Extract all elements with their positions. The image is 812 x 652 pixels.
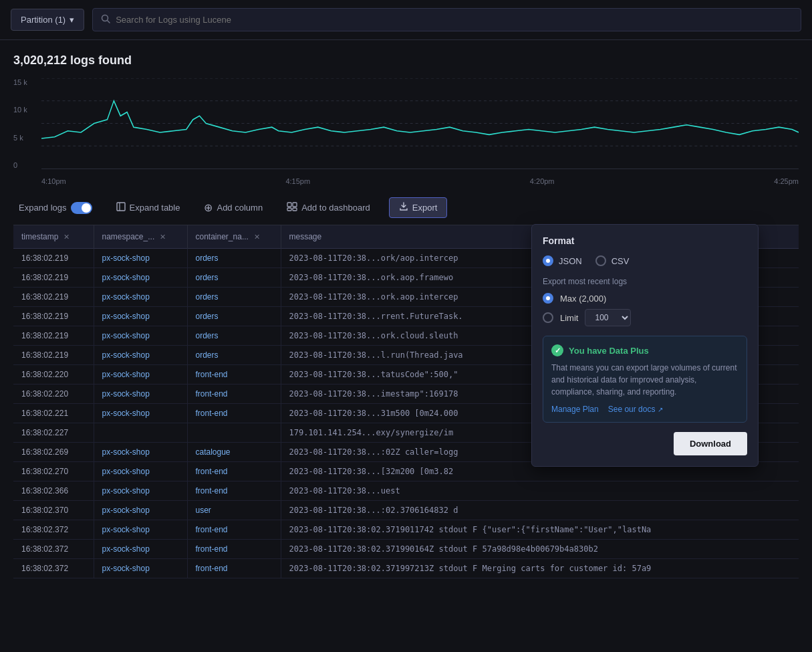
search-bar [92, 8, 801, 31]
cell-namespace[interactable]: px-sock-shop [94, 404, 187, 423]
table-row[interactable]: 16:38:02.372px-sock-shopfront-end2023-08… [13, 520, 799, 540]
container-link[interactable]: orders [196, 312, 219, 321]
expand-table-button[interactable]: Expand table [111, 199, 186, 216]
container-link[interactable]: front-end [196, 467, 228, 476]
namespace-link[interactable]: px-sock-shop [102, 389, 150, 399]
cell-container[interactable]: front-end [187, 365, 281, 385]
timestamp-close-icon[interactable]: ✕ [63, 233, 70, 241]
cell-container[interactable]: front-end [187, 559, 281, 578]
namespace-link[interactable]: px-sock-shop [102, 312, 150, 321]
container-link[interactable]: orders [196, 253, 219, 263]
cell-container[interactable]: front-end [187, 404, 281, 423]
cell-namespace[interactable]: px-sock-shop [94, 462, 187, 481]
container-link[interactable]: user [196, 506, 211, 515]
cell-namespace[interactable]: px-sock-shop [94, 268, 187, 288]
cell-container[interactable]: front-end [187, 462, 281, 481]
container-link[interactable]: orders [196, 331, 219, 340]
namespace-link[interactable]: px-sock-shop [102, 467, 150, 476]
cell-namespace[interactable]: px-sock-shop [94, 481, 187, 501]
cell-message: 2023-08-11T20:38...uest [281, 481, 799, 501]
container-link[interactable]: orders [196, 350, 219, 360]
cell-namespace[interactable]: px-sock-shop [94, 443, 187, 462]
container-link[interactable]: catalogue [196, 447, 231, 457]
add-column-label: Add column [217, 203, 263, 213]
container-link[interactable]: front-end [196, 525, 228, 534]
cell-namespace[interactable]: px-sock-shop [94, 385, 187, 404]
container-link[interactable]: front-end [196, 409, 228, 418]
expand-logs-toggle[interactable] [71, 202, 92, 214]
json-radio-circle[interactable] [543, 255, 553, 266]
cell-container[interactable]: user [187, 501, 281, 520]
cell-namespace[interactable]: px-sock-shop [94, 307, 187, 326]
cell-container[interactable]: orders [187, 288, 281, 307]
container-link[interactable]: front-end [196, 564, 228, 573]
cell-namespace[interactable]: px-sock-shop [94, 559, 187, 578]
table-row[interactable]: 16:38:02.366px-sock-shopfront-end2023-08… [13, 481, 799, 501]
cell-container[interactable]: front-end [187, 385, 281, 404]
cell-namespace[interactable]: px-sock-shop [94, 540, 187, 559]
see-docs-link[interactable]: See our docs ↗ [608, 405, 663, 414]
svg-rect-11 [293, 208, 297, 211]
cell-namespace[interactable]: px-sock-shop [94, 520, 187, 540]
cell-namespace[interactable]: px-sock-shop [94, 249, 187, 268]
cell-container[interactable]: orders [187, 346, 281, 365]
cell-namespace[interactable]: px-sock-shop [94, 288, 187, 307]
table-row[interactable]: 16:38:02.372px-sock-shopfront-end2023-08… [13, 559, 799, 578]
cell-timestamp: 16:38:02.219 [13, 249, 94, 268]
namespace-close-icon[interactable]: ✕ [160, 233, 166, 241]
limit-radio-circle[interactable] [543, 312, 553, 323]
cell-container[interactable]: catalogue [187, 443, 281, 462]
format-csv-option[interactable]: CSV [595, 255, 630, 266]
namespace-link[interactable]: px-sock-shop [102, 273, 150, 282]
namespace-link[interactable]: px-sock-shop [102, 292, 150, 302]
cell-container[interactable]: orders [187, 326, 281, 346]
manage-plan-link[interactable]: Manage Plan [551, 405, 599, 414]
cell-namespace[interactable]: px-sock-shop [94, 365, 187, 385]
container-link[interactable]: front-end [196, 370, 228, 379]
container-link[interactable]: orders [196, 273, 219, 282]
add-column-button[interactable]: ⊕ Add column [198, 200, 268, 216]
namespace-link[interactable]: px-sock-shop [102, 409, 150, 418]
table-row[interactable]: 16:38:02.370px-sock-shopuser2023-08-11T2… [13, 501, 799, 520]
namespace-link[interactable]: px-sock-shop [102, 370, 150, 379]
limit-select[interactable]: 100 500 1000 [585, 309, 631, 326]
container-close-icon[interactable]: ✕ [254, 233, 260, 241]
download-button[interactable]: Download [674, 432, 747, 455]
namespace-link[interactable]: px-sock-shop [102, 350, 150, 360]
max-radio-circle[interactable] [543, 293, 553, 304]
cell-container[interactable]: orders [187, 307, 281, 326]
cell-container[interactable]: front-end [187, 481, 281, 501]
partition-button[interactable]: Partition (1) ▾ [11, 9, 84, 31]
namespace-link[interactable]: px-sock-shop [102, 544, 150, 554]
search-input[interactable] [116, 15, 793, 25]
container-link[interactable]: orders [196, 292, 219, 302]
cell-container[interactable] [187, 423, 281, 443]
namespace-link[interactable]: px-sock-shop [102, 525, 150, 534]
cell-namespace[interactable]: px-sock-shop [94, 346, 187, 365]
export-button[interactable]: Export [389, 197, 448, 218]
cell-container[interactable]: orders [187, 268, 281, 288]
format-json-option[interactable]: JSON [543, 255, 582, 266]
namespace-link[interactable]: px-sock-shop [102, 447, 150, 457]
cell-container[interactable]: front-end [187, 540, 281, 559]
namespace-link[interactable]: px-sock-shop [102, 253, 150, 263]
cell-timestamp: 16:38:02.221 [13, 404, 94, 423]
csv-radio-circle[interactable] [595, 255, 606, 266]
cell-timestamp: 16:38:02.372 [13, 559, 94, 578]
namespace-link[interactable]: px-sock-shop [102, 486, 150, 496]
cell-container[interactable]: front-end [187, 520, 281, 540]
cell-namespace[interactable]: px-sock-shop [94, 501, 187, 520]
namespace-link[interactable]: px-sock-shop [102, 506, 150, 515]
expand-logs-toggle-item: Expand logs [13, 199, 98, 217]
cell-namespace[interactable] [94, 423, 187, 443]
cell-timestamp: 16:38:02.227 [13, 423, 94, 443]
cell-namespace[interactable]: px-sock-shop [94, 326, 187, 346]
table-row[interactable]: 16:38:02.372px-sock-shopfront-end2023-08… [13, 540, 799, 559]
namespace-link[interactable]: px-sock-shop [102, 331, 150, 340]
cell-container[interactable]: orders [187, 249, 281, 268]
add-to-dashboard-button[interactable]: Add to dashboard [281, 199, 376, 216]
container-link[interactable]: front-end [196, 544, 228, 554]
container-link[interactable]: front-end [196, 389, 228, 399]
container-link[interactable]: front-end [196, 486, 228, 496]
namespace-link[interactable]: px-sock-shop [102, 564, 150, 573]
